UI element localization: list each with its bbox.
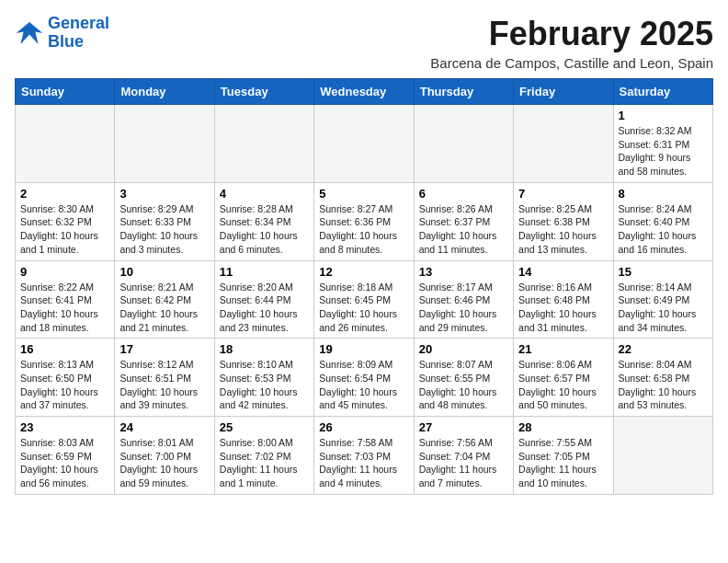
day-info: Sunrise: 8:18 AM Sunset: 6:45 PM Dayligh…: [319, 281, 408, 335]
day-info: Sunrise: 8:30 AM Sunset: 6:32 PM Dayligh…: [20, 202, 109, 257]
calendar-cell: 18Sunrise: 8:10 AM Sunset: 6:53 PM Dayli…: [214, 339, 313, 417]
day-number: 6: [419, 187, 508, 201]
calendar-cell: 26Sunrise: 7:58 AM Sunset: 7:03 PM Dayli…: [314, 417, 414, 495]
day-info: Sunrise: 8:17 AM Sunset: 6:46 PM Dayligh…: [419, 281, 508, 335]
calendar-cell: [314, 105, 414, 183]
weekday-header: Friday: [514, 79, 613, 105]
calendar-cell: 3Sunrise: 8:29 AM Sunset: 6:33 PM Daylig…: [115, 182, 214, 260]
day-number: 18: [220, 342, 309, 356]
calendar-cell: 28Sunrise: 7:55 AM Sunset: 7:05 PM Dayli…: [514, 417, 613, 495]
weekday-header-row: SundayMondayTuesdayWednesdayThursdayFrid…: [16, 79, 713, 105]
day-number: 23: [20, 420, 109, 434]
day-number: 19: [319, 342, 408, 356]
day-number: 20: [419, 342, 508, 356]
calendar-cell: 17Sunrise: 8:12 AM Sunset: 6:51 PM Dayli…: [115, 339, 214, 417]
calendar-cell: 8Sunrise: 8:24 AM Sunset: 6:40 PM Daylig…: [613, 182, 712, 260]
calendar-cell: 5Sunrise: 8:27 AM Sunset: 6:36 PM Daylig…: [314, 182, 414, 260]
calendar-cell: [613, 417, 712, 495]
day-info: Sunrise: 8:16 AM Sunset: 6:48 PM Dayligh…: [518, 281, 608, 335]
calendar-cell: 10Sunrise: 8:21 AM Sunset: 6:42 PM Dayli…: [115, 260, 214, 339]
weekday-header: Monday: [115, 79, 214, 105]
calendar-week-row: 16Sunrise: 8:13 AM Sunset: 6:50 PM Dayli…: [16, 339, 713, 417]
title-block: February 2025 Barcena de Campos, Castill…: [430, 15, 713, 71]
logo-line2: Blue: [48, 32, 84, 51]
calendar-cell: 20Sunrise: 8:07 AM Sunset: 6:55 PM Dayli…: [414, 339, 513, 417]
day-number: 9: [20, 265, 109, 279]
day-number: 3: [119, 187, 209, 201]
day-info: Sunrise: 8:28 AM Sunset: 6:34 PM Dayligh…: [220, 202, 309, 257]
calendar-cell: 19Sunrise: 8:09 AM Sunset: 6:54 PM Dayli…: [314, 339, 414, 417]
calendar-cell: 21Sunrise: 8:06 AM Sunset: 6:57 PM Dayli…: [514, 339, 613, 417]
calendar-cell: 12Sunrise: 8:18 AM Sunset: 6:45 PM Dayli…: [314, 260, 414, 339]
day-info: Sunrise: 8:00 AM Sunset: 7:02 PM Dayligh…: [220, 436, 309, 490]
day-number: 5: [319, 187, 408, 201]
day-info: Sunrise: 8:21 AM Sunset: 6:42 PM Dayligh…: [119, 281, 209, 335]
calendar-cell: 25Sunrise: 8:00 AM Sunset: 7:02 PM Dayli…: [214, 417, 313, 495]
weekday-header: Saturday: [613, 79, 712, 105]
day-number: 21: [518, 342, 608, 356]
day-info: Sunrise: 7:58 AM Sunset: 7:03 PM Dayligh…: [319, 436, 408, 490]
day-number: 2: [20, 187, 109, 201]
day-number: 16: [20, 342, 109, 356]
day-info: Sunrise: 8:10 AM Sunset: 6:53 PM Dayligh…: [220, 358, 309, 412]
calendar-cell: 23Sunrise: 8:03 AM Sunset: 6:59 PM Dayli…: [16, 417, 115, 495]
day-number: 12: [319, 265, 408, 279]
day-info: Sunrise: 7:55 AM Sunset: 7:05 PM Dayligh…: [518, 436, 608, 490]
day-info: Sunrise: 8:14 AM Sunset: 6:49 PM Dayligh…: [619, 281, 708, 335]
calendar-cell: [115, 105, 214, 183]
day-number: 27: [419, 420, 508, 434]
day-number: 1: [619, 109, 708, 122]
logo-line1: General: [48, 14, 109, 32]
calendar-week-row: 2Sunrise: 8:30 AM Sunset: 6:32 PM Daylig…: [16, 182, 713, 260]
logo-bird-icon: [15, 18, 44, 48]
day-info: Sunrise: 8:01 AM Sunset: 7:00 PM Dayligh…: [119, 436, 209, 490]
day-number: 15: [619, 265, 708, 279]
weekday-header: Wednesday: [314, 79, 414, 105]
calendar-cell: 11Sunrise: 8:20 AM Sunset: 6:44 PM Dayli…: [214, 260, 313, 339]
calendar-cell: 2Sunrise: 8:30 AM Sunset: 6:32 PM Daylig…: [16, 182, 115, 260]
day-info: Sunrise: 8:25 AM Sunset: 6:38 PM Dayligh…: [518, 202, 608, 257]
calendar-cell: 1Sunrise: 8:32 AM Sunset: 6:31 PM Daylig…: [613, 105, 712, 183]
calendar-cell: [16, 105, 115, 183]
day-info: Sunrise: 7:56 AM Sunset: 7:04 PM Dayligh…: [419, 436, 508, 490]
calendar-cell: 15Sunrise: 8:14 AM Sunset: 6:49 PM Dayli…: [613, 260, 712, 339]
calendar-cell: [414, 105, 513, 183]
day-number: 4: [220, 187, 309, 201]
day-number: 13: [419, 265, 508, 279]
calendar-cell: 6Sunrise: 8:26 AM Sunset: 6:37 PM Daylig…: [414, 182, 513, 260]
day-number: 17: [119, 342, 209, 356]
day-info: Sunrise: 8:27 AM Sunset: 6:36 PM Dayligh…: [319, 202, 408, 257]
day-number: 7: [518, 187, 608, 201]
day-number: 26: [319, 420, 408, 434]
day-info: Sunrise: 8:29 AM Sunset: 6:33 PM Dayligh…: [119, 202, 209, 257]
svg-marker-0: [17, 22, 43, 44]
calendar-table: SundayMondayTuesdayWednesdayThursdayFrid…: [15, 78, 713, 495]
day-info: Sunrise: 8:32 AM Sunset: 6:31 PM Dayligh…: [619, 124, 708, 178]
calendar-cell: 7Sunrise: 8:25 AM Sunset: 6:38 PM Daylig…: [514, 182, 613, 260]
calendar-cell: 14Sunrise: 8:16 AM Sunset: 6:48 PM Dayli…: [514, 260, 613, 339]
day-number: 22: [619, 342, 708, 356]
calendar-cell: 16Sunrise: 8:13 AM Sunset: 6:50 PM Dayli…: [16, 339, 115, 417]
day-info: Sunrise: 8:13 AM Sunset: 6:50 PM Dayligh…: [20, 358, 109, 412]
weekday-header: Sunday: [16, 79, 115, 105]
calendar-cell: [214, 105, 313, 183]
calendar-week-row: 1Sunrise: 8:32 AM Sunset: 6:31 PM Daylig…: [16, 105, 713, 183]
calendar-cell: 9Sunrise: 8:22 AM Sunset: 6:41 PM Daylig…: [16, 260, 115, 339]
calendar-cell: 13Sunrise: 8:17 AM Sunset: 6:46 PM Dayli…: [414, 260, 513, 339]
day-number: 28: [518, 420, 608, 434]
calendar-cell: 4Sunrise: 8:28 AM Sunset: 6:34 PM Daylig…: [214, 182, 313, 260]
day-info: Sunrise: 8:09 AM Sunset: 6:54 PM Dayligh…: [319, 358, 408, 412]
day-info: Sunrise: 8:12 AM Sunset: 6:51 PM Dayligh…: [119, 358, 209, 412]
day-number: 25: [220, 420, 309, 434]
day-number: 10: [119, 265, 209, 279]
day-number: 8: [619, 187, 708, 201]
month-title: February 2025: [430, 15, 713, 53]
day-info: Sunrise: 8:06 AM Sunset: 6:57 PM Dayligh…: [518, 358, 608, 412]
calendar-cell: 22Sunrise: 8:04 AM Sunset: 6:58 PM Dayli…: [613, 339, 712, 417]
day-info: Sunrise: 8:24 AM Sunset: 6:40 PM Dayligh…: [619, 202, 708, 257]
day-number: 14: [518, 265, 608, 279]
calendar-week-row: 23Sunrise: 8:03 AM Sunset: 6:59 PM Dayli…: [16, 417, 713, 495]
day-number: 24: [119, 420, 209, 434]
logo: General Blue: [15, 15, 109, 52]
day-info: Sunrise: 8:26 AM Sunset: 6:37 PM Dayligh…: [419, 202, 508, 257]
